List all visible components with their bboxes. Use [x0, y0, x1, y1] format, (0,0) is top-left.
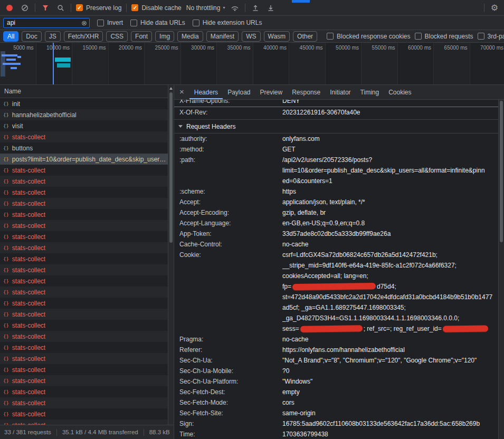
hide-extension-urls-checkbox[interactable]: Hide extension URLs	[193, 19, 262, 26]
request-row[interactable]: {}stats-collect	[0, 198, 174, 209]
header-name: Sec-Ch-Ua:	[179, 355, 282, 366]
request-row[interactable]: {}stats-collect	[0, 342, 174, 353]
hide-data-urls-checkbox[interactable]: Hide data URLs	[130, 19, 185, 26]
filter-chip-manifest[interactable]: Manifest	[206, 31, 239, 42]
checkbox-unchecked-icon[interactable]	[97, 20, 104, 26]
script-icon: {}	[3, 234, 9, 240]
request-row[interactable]: {}stats-collect	[0, 187, 174, 198]
settings-button[interactable]: ⚙	[489, 3, 500, 13]
filter-chip-js[interactable]: JS	[45, 31, 61, 42]
request-row[interactable]: {}stats-collect	[0, 320, 174, 331]
filter-input-box[interactable]: ⊗	[3, 18, 90, 28]
header-value: no-cache	[282, 239, 498, 250]
request-list-scrollbar[interactable]	[168, 85, 174, 425]
filter-chip-css[interactable]: CSS	[106, 31, 128, 42]
request-row[interactable]: {}stats-collect	[0, 253, 174, 264]
checkbox-unchecked-icon[interactable]	[193, 20, 199, 26]
tab-headers[interactable]: Headers	[189, 85, 223, 99]
request-row[interactable]: {}stats-collect	[0, 264, 174, 275]
request-row[interactable]: {}stats-collect	[0, 309, 174, 320]
scrollbar-thumb[interactable]	[169, 92, 173, 243]
details-scrollbar[interactable]	[498, 100, 504, 439]
request-row[interactable]: {}stats-collect	[0, 397, 174, 408]
request-row[interactable]: {}stats-collect	[0, 165, 174, 176]
tab-initiator[interactable]: Initiator	[325, 85, 355, 99]
header-name: Sec-Fetch-Site:	[179, 408, 282, 418]
checkbox-unchecked-icon[interactable]	[327, 33, 334, 40]
clear-filter-icon[interactable]: ⊗	[81, 20, 87, 26]
request-name: init	[12, 100, 20, 108]
request-row[interactable]: {}stats-collect	[0, 353, 174, 364]
filter-chip-ws[interactable]: WS	[242, 31, 260, 42]
header-row: Sec-Ch-Ua-Mobile:?0	[174, 366, 498, 376]
request-row[interactable]: {}stats-collect	[0, 298, 174, 309]
request-headers-section[interactable]: Request Headers	[174, 119, 498, 133]
checkbox-checked-icon[interactable]	[76, 4, 83, 11]
scrollbar-thumb[interactable]	[500, 101, 503, 242]
request-row[interactable]: {}buttons	[0, 142, 174, 154]
export-har-button[interactable]	[265, 3, 276, 13]
checkbox-checked-icon[interactable]	[131, 4, 138, 11]
disclosure-triangle-icon[interactable]	[178, 125, 183, 128]
request-row[interactable]: {}stats-collect	[0, 331, 174, 342]
request-row[interactable]: {}stats-collect	[0, 419, 174, 425]
blocked-response-cookies-checkbox[interactable]: Blocked response cookies	[327, 33, 410, 40]
network-overview-timeline[interactable]: 5000 ms10000 ms15000 ms20000 ms25000 ms3…	[0, 43, 504, 85]
filter-input[interactable]	[6, 18, 81, 27]
timeline-label: 70000 ms	[480, 45, 503, 51]
scroll-up-arrow-icon[interactable]	[169, 87, 173, 90]
filter-chip-media[interactable]: Media	[177, 31, 203, 42]
request-row[interactable]: {}stats-collect	[0, 131, 174, 142]
record-button[interactable]	[4, 3, 15, 13]
invert-checkbox[interactable]: Invert	[97, 19, 123, 26]
filter-chip-wasm[interactable]: Wasm	[264, 31, 290, 42]
request-row[interactable]: {}stats-collect	[0, 287, 174, 298]
checkbox-unchecked-icon[interactable]	[478, 33, 484, 40]
header-value-line: sess=; ref_src=; reg_ref_user_id=	[282, 323, 496, 334]
tab-preview[interactable]: Preview	[255, 85, 288, 99]
tab-response[interactable]: Response	[287, 85, 325, 99]
filter-toggle-button[interactable]	[40, 3, 51, 13]
filter-chip-fetch-xhr[interactable]: Fetch/XHR	[64, 31, 103, 42]
request-row[interactable]: {}stats-collect	[0, 220, 174, 231]
tab-cookies[interactable]: Cookies	[384, 85, 416, 99]
search-button[interactable]	[55, 3, 66, 13]
request-row[interactable]: {}stats-collect	[0, 275, 174, 287]
request-row[interactable]: {}visit	[0, 120, 174, 131]
preserve-log-checkbox[interactable]: Preserve log	[76, 4, 121, 12]
filter-chip-font[interactable]: Font	[131, 31, 152, 42]
header-value: "Windows"	[282, 376, 498, 387]
filter-chip-other[interactable]: Other	[293, 31, 317, 42]
disable-cache-checkbox[interactable]: Disable cache	[131, 4, 181, 12]
request-row[interactable]: {}stats-collect	[0, 408, 174, 419]
request-row[interactable]: {}init	[0, 98, 174, 109]
filter-chip-img[interactable]: Img	[155, 31, 174, 42]
header-name: Sec-Ch-Ua-Mobile:	[179, 366, 282, 376]
request-row[interactable]: {}stats-collect	[0, 386, 174, 397]
filter-chip-all[interactable]: All	[3, 31, 18, 42]
checkbox-unchecked-icon[interactable]	[130, 20, 137, 26]
blocked-requests-checkbox[interactable]: Blocked requests	[415, 33, 473, 40]
request-row[interactable]: {}stats-collect	[0, 375, 174, 386]
request-row[interactable]: {}posts?limit=10&order=publish_date_desc…	[0, 154, 174, 165]
third-party-requests-checkbox[interactable]: 3rd-party requests	[478, 33, 504, 40]
tab-payload[interactable]: Payload	[223, 85, 255, 99]
request-row[interactable]: {}stats-collect	[0, 209, 174, 220]
header-name: Accept-Language:	[179, 218, 282, 228]
checkbox-unchecked-icon[interactable]	[415, 33, 422, 40]
name-column-header[interactable]: Name	[0, 85, 174, 98]
request-row[interactable]: {}stats-collect	[0, 364, 174, 375]
tab-timing[interactable]: Timing	[356, 85, 384, 99]
request-row[interactable]: {}stats-collect	[0, 176, 174, 187]
clear-button[interactable]	[20, 3, 30, 13]
script-icon: {}	[3, 301, 9, 306]
filter-chip-doc[interactable]: Doc	[22, 31, 41, 42]
network-conditions-button[interactable]	[230, 3, 240, 13]
import-har-button[interactable]	[250, 3, 261, 13]
request-row[interactable]: {}stats-collect	[0, 242, 174, 253]
request-row[interactable]: {}stats-collect	[0, 231, 174, 242]
redaction-scribble	[443, 325, 488, 332]
throttling-dropdown[interactable]: No throttling ▾	[186, 4, 225, 12]
close-details-icon[interactable]: ×	[177, 87, 189, 97]
request-row[interactable]: {}hannahelizabethofficial	[0, 109, 174, 120]
